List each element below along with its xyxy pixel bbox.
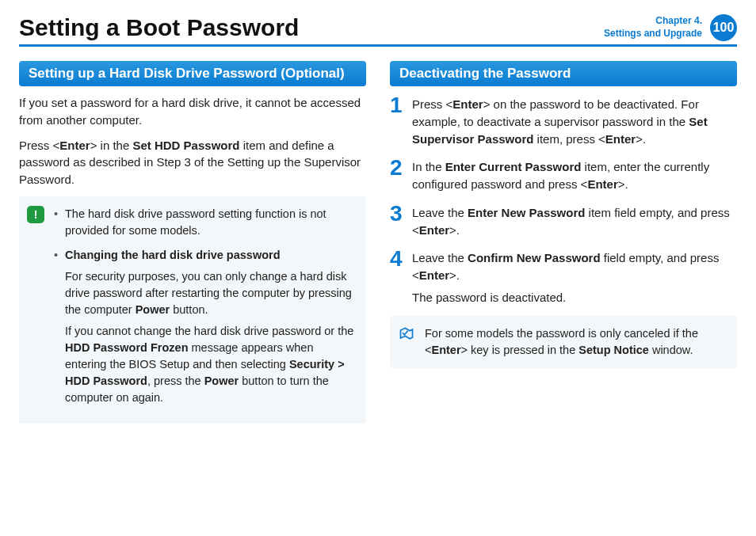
tip-note-box: For some models the password is only can… — [390, 316, 737, 368]
section-heading-hdd-password: Setting up a Hard Disk Drive Password (O… — [19, 61, 366, 86]
section-heading-deactivate: Deactivating the Password — [390, 61, 737, 86]
caution-note-box: ! • The hard disk drive password setting… — [19, 196, 366, 424]
step-4: 4 Leave the Confirm New Password field e… — [390, 248, 737, 306]
steps-list: 1 Press <Enter> on the password to be de… — [390, 94, 737, 306]
note-bullet-2-title: Changing the hard disk drive password — [65, 249, 281, 261]
step-number: 2 — [390, 157, 412, 193]
left-column: Setting up a Hard Disk Drive Password (O… — [19, 61, 366, 424]
chapter-line-2: Settings and Upgrade — [604, 28, 702, 40]
page-number-badge: 100 — [710, 14, 737, 41]
right-column: Deactivating the Password 1 Press <Enter… — [390, 61, 737, 424]
note-bullet-2-p2: If you cannot change the hard disk drive… — [65, 323, 355, 406]
intro-paragraph-2: Press <Enter> in the Set HDD Password it… — [19, 137, 366, 188]
step-number: 3 — [390, 203, 412, 239]
note-bullet-2-p1: For security purposes, you can only chan… — [65, 268, 355, 318]
step-2: 2 In the Enter Current Password item, en… — [390, 157, 737, 193]
step-number: 1 — [390, 94, 412, 147]
page-header: Setting a Boot Password Chapter 4. Setti… — [19, 14, 737, 47]
step-3: 3 Leave the Enter New Password item fiel… — [390, 203, 737, 239]
step-4-result: The password is deactivated. — [412, 289, 737, 306]
step-1: 1 Press <Enter> on the password to be de… — [390, 94, 737, 147]
note-bullet-1: • The hard disk drive password setting f… — [54, 206, 355, 239]
tip-icon — [398, 325, 415, 343]
chapter-block: Chapter 4. Settings and Upgrade 100 — [604, 14, 737, 41]
step-number: 4 — [390, 248, 412, 306]
note-bullet-2: • Changing the hard disk drive password … — [54, 247, 355, 406]
caution-icon: ! — [27, 206, 44, 223]
intro-paragraph-1: If you set a password for a hard disk dr… — [19, 94, 366, 129]
page-title: Setting a Boot Password — [19, 14, 299, 41]
chapter-line-1: Chapter 4. — [604, 15, 702, 28]
